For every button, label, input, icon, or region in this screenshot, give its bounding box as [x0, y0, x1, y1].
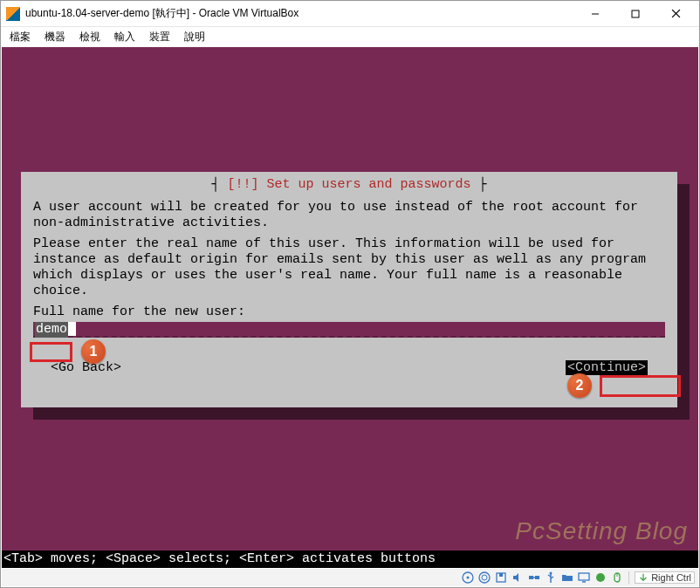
svg-point-5 — [466, 577, 469, 579]
window-titlebar: ubuntu-18.04-server-demo [執行中] - Oracle … — [1, 1, 699, 27]
menu-devices[interactable]: 裝置 — [149, 30, 170, 44]
hard-disk-icon[interactable] — [477, 571, 491, 585]
dialog-title: [!!] Set up users and passwords — [219, 177, 478, 192]
minimize-button[interactable] — [575, 2, 615, 26]
svg-point-6 — [479, 572, 490, 583]
vm-status-bar: Right Ctrl — [2, 569, 698, 586]
menubar: 檔案 機器 檢視 輸入 裝置 說明 — [1, 27, 699, 46]
window-title: ubuntu-18.04-server-demo [執行中] - Oracle … — [25, 6, 299, 21]
dialog-frame-right: ├ — [479, 177, 487, 192]
vm-guest-screen[interactable]: ┤ [!!] Set up users and passwords ├ A us… — [2, 47, 698, 568]
menu-view[interactable]: 檢視 — [79, 30, 100, 44]
full-name-value: demo — [35, 322, 68, 338]
statusbar-divider — [628, 571, 629, 584]
continue-button[interactable]: <Continue> — [566, 360, 648, 375]
text-cursor — [68, 322, 76, 336]
dialog-paragraph-2: Please enter the real name of this user.… — [33, 236, 665, 299]
virtualbox-icon — [6, 7, 20, 21]
svg-rect-15 — [579, 573, 589, 580]
watermark-text: PcSetting Blog — [515, 517, 688, 545]
host-key-label: Right Ctrl — [651, 572, 691, 583]
arrow-down-icon — [638, 572, 649, 583]
optical-drive-icon[interactable] — [461, 571, 474, 585]
close-button[interactable] — [655, 2, 696, 26]
dialog-paragraph-1: A user account will be created for you t… — [33, 200, 665, 231]
audio-icon[interactable] — [511, 571, 524, 585]
svg-rect-1 — [632, 10, 639, 17]
menu-help[interactable]: 說明 — [184, 30, 205, 44]
shared-folders-icon[interactable] — [560, 571, 573, 585]
dialog-prompt: Full name for the new user: — [33, 304, 665, 320]
installer-dialog: ┤ [!!] Set up users and passwords ├ A us… — [21, 172, 677, 407]
full-name-input[interactable]: demo — [33, 322, 665, 338]
svg-point-17 — [596, 573, 605, 582]
display-icon[interactable] — [577, 571, 590, 585]
svg-rect-10 — [529, 576, 533, 579]
network-icon[interactable] — [527, 571, 540, 585]
floppy-icon[interactable] — [494, 571, 507, 585]
menu-input[interactable]: 輸入 — [114, 30, 135, 44]
svg-point-14 — [549, 572, 552, 575]
svg-rect-9 — [499, 573, 503, 577]
mouse-integration-icon[interactable] — [610, 571, 623, 585]
svg-rect-11 — [535, 576, 539, 579]
go-back-button[interactable]: <Go Back> — [51, 360, 121, 375]
installer-help-bar: <Tab> moves; <Space> selects; <Enter> ac… — [2, 550, 698, 568]
usb-icon[interactable] — [544, 571, 557, 585]
menu-file[interactable]: 檔案 — [10, 30, 31, 44]
host-key-indicator[interactable]: Right Ctrl — [635, 571, 695, 584]
recording-icon[interactable] — [594, 571, 607, 585]
svg-point-7 — [482, 575, 487, 580]
maximize-button[interactable] — [615, 2, 655, 26]
menu-machine[interactable]: 機器 — [45, 30, 65, 44]
